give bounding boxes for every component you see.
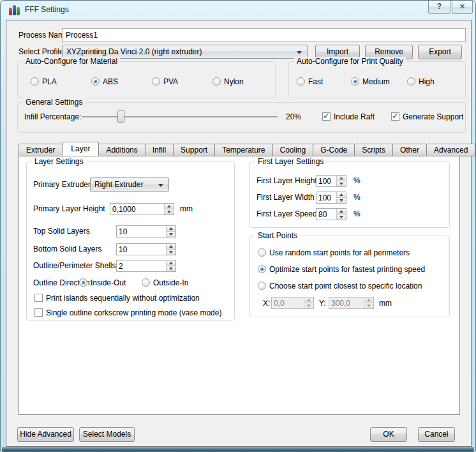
spin-down-button[interactable] <box>165 209 174 215</box>
bottom-solid-layers-input[interactable] <box>117 244 166 255</box>
radio-closest-start-point[interactable]: Choose start point closest to specific l… <box>258 282 422 292</box>
radio-quality-fast[interactable]: Fast <box>297 77 323 87</box>
title-bar: FFF Settings ? ✕ <box>1 1 475 20</box>
top-solid-layers-input[interactable] <box>117 226 166 237</box>
radio-quality-medium[interactable]: Medium <box>351 77 390 87</box>
checkbox-icon <box>34 294 43 302</box>
material-group: Auto-Configure for Material PLA ABS PVA … <box>17 61 276 98</box>
ok-button[interactable]: OK <box>370 427 407 442</box>
tab-temperature[interactable]: Temperature <box>214 144 272 156</box>
tab-infill[interactable]: Infill <box>145 144 174 156</box>
tab-extruder[interactable]: Extruder <box>19 144 63 156</box>
export-button[interactable]: Export <box>418 45 462 59</box>
spin-up-button <box>304 298 313 303</box>
include-raft-checkbox[interactable]: Include Raft <box>322 112 375 123</box>
spin-up-button[interactable] <box>337 176 346 181</box>
spin-up-button[interactable] <box>337 209 346 215</box>
perimeter-shells-input[interactable] <box>117 260 166 271</box>
infill-slider-handle[interactable] <box>117 110 124 123</box>
help-button[interactable]: ? <box>428 1 450 14</box>
infill-percentage-value: 20% <box>286 112 301 121</box>
layer-tab-panel: Layer Settings Primary Extruder Right Ex… <box>19 156 460 415</box>
vase-mode-checkbox[interactable]: Single outline corkscrew printing mode (… <box>34 308 221 319</box>
bottom-solid-layers-label: Bottom Solid Layers <box>33 245 101 253</box>
x-coordinate-input <box>272 298 304 308</box>
quality-group: Auto-Configure for Print Quality Fast Me… <box>288 61 466 98</box>
tab-other[interactable]: Other <box>392 144 427 156</box>
radio-material-pva[interactable]: PVA <box>152 77 178 87</box>
first-layer-width-label: First Layer Width <box>257 193 315 202</box>
tab-gcode[interactable]: G-Code <box>313 144 355 156</box>
radio-material-abs[interactable]: ABS <box>91 77 118 87</box>
window-title: FFF Settings <box>25 1 69 20</box>
select-models-button[interactable]: Select Models <box>79 427 135 442</box>
start-points-group: Start Points Use random start points for… <box>249 236 450 317</box>
first-layer-height-stepper[interactable] <box>316 175 346 187</box>
xy-unit-label: mm <box>379 298 392 310</box>
spin-down-button[interactable] <box>167 250 175 255</box>
settings-tab-bar: Extruder Layer Additions Infill Support … <box>19 142 475 156</box>
tab-cooling[interactable]: Cooling <box>272 144 314 156</box>
radio-icon <box>351 77 359 86</box>
close-button[interactable]: ✕ <box>452 1 473 14</box>
spin-up-button[interactable] <box>167 244 175 250</box>
radio-inside-out[interactable]: Inside-Out <box>79 278 126 289</box>
layer-settings-legend: Layer Settings <box>32 157 86 166</box>
spin-up-button[interactable] <box>167 226 175 232</box>
checkbox-icon <box>34 308 43 317</box>
spin-up-button[interactable] <box>337 192 346 198</box>
process-name-input[interactable] <box>62 28 466 42</box>
radio-outside-in[interactable]: Outside-In <box>142 278 188 289</box>
primary-layer-height-stepper[interactable] <box>110 203 174 215</box>
tab-additions[interactable]: Additions <box>98 144 145 156</box>
print-islands-checkbox[interactable]: Print islands sequentially without optim… <box>34 294 200 304</box>
primary-layer-height-input[interactable] <box>110 204 164 215</box>
first-layer-height-input[interactable] <box>316 176 336 186</box>
help-icon: ? <box>437 2 442 11</box>
radio-icon <box>407 77 415 86</box>
first-layer-width-input[interactable] <box>316 192 336 203</box>
spin-down-button[interactable] <box>337 198 346 203</box>
radio-optimize-start-points[interactable]: Optimize start points for fastest printi… <box>258 265 425 275</box>
tab-scripts[interactable]: Scripts <box>354 144 393 156</box>
tab-support[interactable]: Support <box>173 144 215 156</box>
bottom-solid-layers-stepper[interactable] <box>116 243 176 255</box>
radio-icon <box>297 77 305 86</box>
first-layer-speed-stepper[interactable] <box>316 208 346 220</box>
infill-slider-track[interactable] <box>82 116 278 117</box>
perimeter-shells-label: Outline/Perimeter Shells <box>33 261 115 270</box>
spin-down-button[interactable] <box>167 232 175 237</box>
close-icon: ✕ <box>459 2 465 11</box>
hide-advanced-button[interactable]: Hide Advanced <box>17 427 74 442</box>
infill-slider[interactable] <box>82 110 278 123</box>
radio-random-start-points[interactable]: Use random start points for all perimete… <box>258 248 410 259</box>
select-profile-label: Select Profile: <box>19 47 66 56</box>
general-group-legend: General Settings <box>23 98 85 107</box>
primary-extruder-value: Right Extruder <box>94 180 144 189</box>
radio-material-pla[interactable]: PLA <box>31 77 57 87</box>
radio-icon <box>142 278 150 287</box>
radio-quality-high[interactable]: High <box>407 77 435 87</box>
material-group-legend: Auto-Configure for Material <box>23 57 120 66</box>
spin-down-button <box>304 303 313 308</box>
top-solid-layers-label: Top Solid Layers <box>33 227 90 236</box>
tab-advanced[interactable]: Advanced <box>426 144 475 156</box>
radio-icon <box>258 282 266 290</box>
spin-down-button[interactable] <box>167 266 175 271</box>
radio-material-nylon[interactable]: Nylon <box>212 77 244 87</box>
spin-down-button[interactable] <box>337 215 346 220</box>
primary-extruder-select[interactable]: Right Extruder <box>90 177 169 192</box>
first-layer-width-stepper[interactable] <box>316 192 346 204</box>
spin-up-button[interactable] <box>165 204 174 209</box>
tab-layer[interactable]: Layer <box>62 142 99 156</box>
perimeter-shells-stepper[interactable] <box>116 260 176 272</box>
top-solid-layers-stepper[interactable] <box>116 225 176 237</box>
generate-support-checkbox[interactable]: Generate Support <box>391 112 463 123</box>
spin-down-button[interactable] <box>337 181 346 186</box>
fff-settings-window: FFF Settings ? ✕ Process Name: Select Pr… <box>0 0 476 452</box>
cancel-button[interactable]: Cancel <box>418 427 455 442</box>
spin-up-button[interactable] <box>167 260 175 266</box>
first-layer-speed-input[interactable] <box>316 209 336 220</box>
app-icon <box>9 5 21 16</box>
y-coordinate-stepper <box>329 297 374 309</box>
